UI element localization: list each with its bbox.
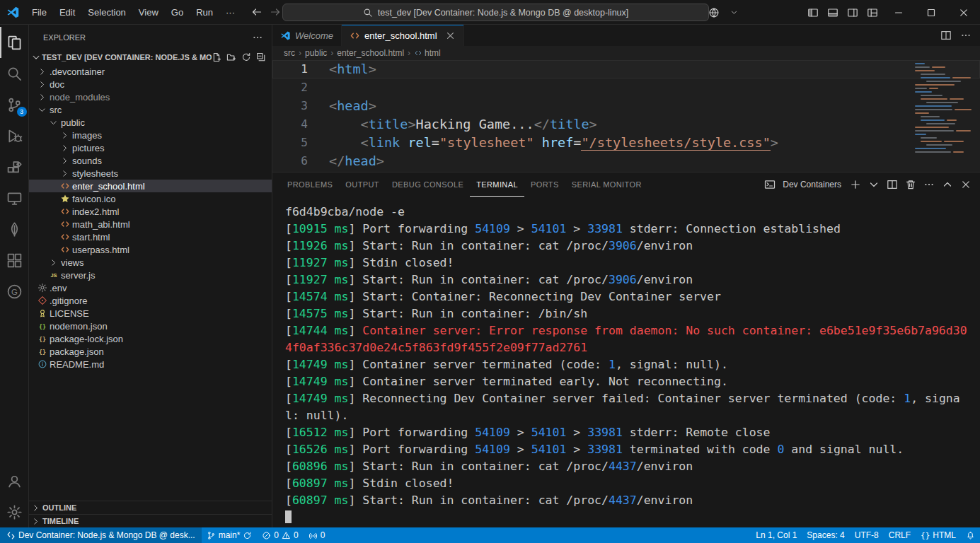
menu-item-run[interactable]: Run <box>190 4 219 21</box>
new-terminal-icon[interactable] <box>847 176 864 193</box>
maximize-button[interactable] <box>915 0 947 25</box>
panel-tab-ports[interactable]: PORTS <box>524 173 565 197</box>
activity-run-debug[interactable] <box>0 120 29 151</box>
section-outline[interactable]: OUTLINE <box>29 501 272 514</box>
encoding[interactable]: UTF-8 <box>850 527 884 543</box>
tree-item-.gitignore[interactable]: .gitignore <box>29 294 272 307</box>
workspace-section-header[interactable]: TEST_DEV [DEV CONTAINER: NODE.JS & MONGO… <box>29 49 272 65</box>
tree-item-.devcontainer[interactable]: .devcontainer <box>29 65 272 78</box>
new-file-icon[interactable] <box>212 52 221 62</box>
tree-item-package-lock.json[interactable]: {}package-lock.json <box>29 332 272 345</box>
breadcrumb-public[interactable]: public <box>305 48 327 58</box>
problems[interactable]: 00 <box>257 527 303 543</box>
activity-search[interactable] <box>0 58 29 89</box>
launch-profile-chevron-icon[interactable] <box>865 176 882 193</box>
tree-item-images[interactable]: images <box>29 129 272 141</box>
activity-explorer[interactable] <box>0 27 29 58</box>
more-actions-icon[interactable] <box>252 32 263 43</box>
forward-icon[interactable] <box>270 6 281 18</box>
breadcrumb[interactable]: src›public›enter_school.html›html <box>272 46 980 60</box>
panel-tab-output[interactable]: OUTPUT <box>339 173 386 197</box>
code-editor[interactable]: 1<html>23<head>4 <title>Hacking Game...<… <box>272 60 980 172</box>
panel-tab-problems[interactable]: PROBLEMS <box>281 173 339 197</box>
tree-item-package.json[interactable]: {}package.json <box>29 345 272 358</box>
tree-item-stylesheets[interactable]: stylesheets <box>29 167 272 180</box>
close-tab-icon[interactable] <box>445 30 456 41</box>
maximize-panel-icon[interactable] <box>939 176 956 193</box>
cursor-position[interactable]: Ln 1, Col 1 <box>751 527 802 543</box>
menu-item-view[interactable]: View <box>132 4 165 21</box>
tree-item-server.js[interactable]: JSserver.js <box>29 269 272 281</box>
minimap[interactable] <box>913 63 972 155</box>
activity-accounts[interactable] <box>0 465 29 496</box>
tree-item-start.html[interactable]: start.html <box>29 230 272 243</box>
activity-extensions[interactable] <box>0 151 29 182</box>
tree-item-views[interactable]: views <box>29 256 272 269</box>
customize-layout-icon[interactable] <box>863 3 882 23</box>
tree-item-LICENSE[interactable]: LICENSE <box>29 307 272 320</box>
breadcrumb-html[interactable]: html <box>414 48 441 58</box>
menu-item-edit[interactable]: Edit <box>53 4 81 21</box>
close-button[interactable] <box>947 0 980 25</box>
terminal-profile[interactable]: Dev Containers <box>761 176 841 193</box>
terminal-output[interactable]: f6d4b9cba/node -e[10915 ms] Port forward… <box>272 197 980 527</box>
remote-indicator[interactable]: Dev Container: Node.js & Mongo DB @ desk… <box>0 527 202 543</box>
collapse-all-icon[interactable] <box>256 52 266 62</box>
notifications[interactable] <box>961 527 980 543</box>
refresh-icon[interactable] <box>241 52 251 62</box>
tree-item-.env[interactable]: .env <box>29 281 272 294</box>
menu-item-go[interactable]: Go <box>165 4 190 21</box>
git-branch[interactable]: main* <box>202 527 258 543</box>
minimize-button[interactable] <box>882 0 915 25</box>
panel-tab-serial-monitor[interactable]: SERIAL MONITOR <box>565 173 648 197</box>
chevron-down-icon[interactable] <box>724 3 744 23</box>
kill-terminal-icon[interactable] <box>902 176 919 193</box>
tree-item-src[interactable]: src <box>29 103 272 116</box>
tree-item-index2.html[interactable]: index2.html <box>29 205 272 218</box>
breadcrumb-src[interactable]: src <box>284 48 295 58</box>
tree-item-math_abi.html[interactable]: math_abi.html <box>29 218 272 230</box>
tree-item-README.md[interactable]: README.md <box>29 358 272 370</box>
language-mode[interactable]: {}HTML <box>916 527 961 543</box>
tree-item-node_modules[interactable]: node_modules <box>29 90 272 103</box>
activity-settings[interactable] <box>0 496 29 527</box>
chevron-right-icon <box>31 503 40 513</box>
new-folder-icon[interactable] <box>226 52 236 62</box>
tree-item-favicon.ico[interactable]: favicon.ico <box>29 192 272 205</box>
ports-forwarded[interactable]: 0 <box>304 527 330 543</box>
toggle-secondary-sidebar-icon[interactable] <box>843 3 863 23</box>
tree-item-nodemon.json[interactable]: {}nodemon.json <box>29 320 272 332</box>
toggle-panel-icon[interactable] <box>823 3 843 23</box>
activity-source-control[interactable]: 3 <box>0 89 29 120</box>
split-editor-icon[interactable] <box>940 30 952 41</box>
back-icon[interactable] <box>251 6 263 18</box>
tree-item-pictures[interactable]: pictures <box>29 141 272 154</box>
panel-tab-terminal[interactable]: TERMINAL <box>470 173 524 197</box>
indentation[interactable]: Spaces: 4 <box>802 527 849 543</box>
menu-item-more[interactable]: ··· <box>219 4 241 21</box>
toggle-sidebar-icon[interactable] <box>803 3 823 23</box>
tree-item-doc[interactable]: doc <box>29 78 272 90</box>
more-actions-icon[interactable] <box>960 30 972 41</box>
tree-item-sounds[interactable]: sounds <box>29 154 272 167</box>
activity-gitlens[interactable]: G <box>0 276 29 307</box>
menu-item-file[interactable]: File <box>25 4 53 21</box>
activity-containers[interactable] <box>0 245 29 276</box>
breadcrumb-enter_school.html[interactable]: enter_school.html <box>337 48 404 58</box>
tab-Welcome[interactable]: Welcome <box>272 25 342 46</box>
panel-tab-debug-console[interactable]: DEBUG CONSOLE <box>386 173 470 197</box>
profile-icon[interactable] <box>704 3 724 23</box>
close-panel-icon[interactable] <box>957 176 974 193</box>
section-timeline[interactable]: TIMELINE <box>29 514 272 527</box>
tab-enter_school.html[interactable]: enter_school.html <box>342 25 464 46</box>
tree-item-public[interactable]: public <box>29 116 272 129</box>
more-actions-icon[interactable] <box>921 176 938 193</box>
eol-sequence[interactable]: CRLF <box>884 527 916 543</box>
split-terminal-icon[interactable] <box>884 176 901 193</box>
tree-item-enter_school.html[interactable]: enter_school.html <box>29 180 272 192</box>
command-center-search[interactable]: test_dev [Dev Container: Node.js & Mongo… <box>282 4 709 21</box>
activity-remote-explorer[interactable] <box>0 182 29 214</box>
menu-item-selection[interactable]: Selection <box>81 4 132 21</box>
activity-mongodb[interactable] <box>0 214 29 245</box>
tree-item-userpass.html[interactable]: userpass.html <box>29 243 272 256</box>
